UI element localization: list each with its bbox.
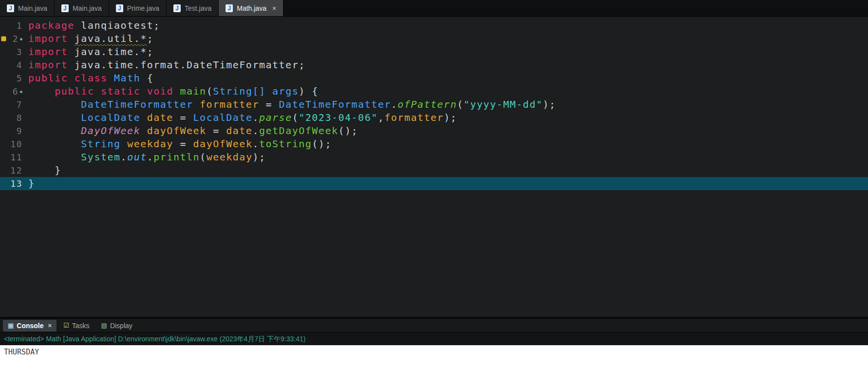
console-tab-tasks[interactable]: ☑Tasks (58, 320, 94, 332)
code-line[interactable]: 4import java.time.format.DateTimeFormatt… (0, 59, 868, 72)
code-line[interactable]: 12 } (0, 164, 868, 177)
java-file-icon: J (116, 4, 123, 12)
occurrence-marker-icon (20, 91, 22, 93)
editor-tab[interactable]: JTest.java (167, 0, 219, 16)
tab-label: Test.java (185, 4, 211, 12)
code-text: import java.time.*; (28, 45, 153, 59)
tab-label: Math.java (237, 4, 266, 12)
console-tab-label: Console (17, 322, 43, 330)
code-text: package lanqiaotest; (28, 19, 160, 32)
code-line[interactable]: 3import java.time.*; (0, 45, 868, 59)
line-number: 12 (8, 164, 22, 177)
console-output-text: THURSDAY (4, 348, 39, 356)
console-status-line: <terminated> Math [Java Application] D:\… (0, 333, 868, 345)
editor-tabbar: JMain.javaJMain.javaJPrime.javaJTest.jav… (0, 0, 868, 17)
annotation-ruler-cell[interactable] (0, 111, 8, 124)
annotation-ruler-cell[interactable] (0, 137, 8, 151)
code-line[interactable]: 8 LocalDate date = LocalDate.parse("2023… (0, 111, 868, 124)
code-text: public static void main(String[] args) { (28, 85, 319, 98)
editor-tab[interactable]: JMath.java× (219, 0, 283, 16)
line-number: 9 (8, 124, 22, 137)
console-tab-display[interactable]: ▤Display (96, 320, 137, 332)
code-text: LocalDate date = LocalDate.parse("2023-0… (28, 111, 457, 124)
line-number: 11 (8, 151, 22, 164)
tab-label: Prime.java (127, 4, 159, 12)
java-file-icon: J (173, 4, 181, 12)
code-line[interactable]: 10 String weekday = dayOfWeek.toString()… (0, 137, 868, 151)
line-number: 7 (8, 98, 22, 111)
annotation-ruler-cell[interactable] (0, 164, 8, 177)
code-line[interactable]: 1package lanqiaotest; (0, 19, 868, 32)
tab-label: Main.java (18, 4, 47, 12)
code-text: String weekday = dayOfWeek.toString(); (28, 137, 332, 151)
code-text: public class Math { (28, 72, 153, 85)
code-line[interactable]: 9 DayOfWeek dayOfWeek = date.getDayOfWee… (0, 124, 868, 137)
code-line[interactable]: 11 System.out.println(weekday); (0, 151, 868, 164)
annotation-ruler-cell[interactable] (0, 124, 8, 137)
tasks-icon: ☑ (63, 322, 69, 329)
code-line[interactable]: 13} (0, 177, 868, 190)
line-number: 8 (8, 111, 22, 124)
occurrence-marker-icon (20, 38, 22, 40)
console-output[interactable]: THURSDAY (0, 345, 868, 392)
line-number: 6 (8, 85, 22, 98)
annotation-ruler-cell[interactable] (0, 177, 8, 190)
line-number: 3 (8, 45, 22, 59)
console-close-icon[interactable]: × (48, 322, 52, 329)
annotation-ruler-cell[interactable] (0, 72, 8, 85)
code-text: } (28, 164, 61, 177)
code-text: DateTimeFormatter formatter = DateTimeFo… (28, 98, 556, 111)
code-line[interactable]: 7 DateTimeFormatter formatter = DateTime… (0, 98, 868, 111)
java-file-icon: J (7, 4, 14, 12)
editor-tab[interactable]: JMain.java (55, 0, 109, 16)
annotation-ruler-cell[interactable] (0, 85, 8, 98)
console-tab-label: Display (110, 322, 132, 330)
console-tabbar: ▣Console×☑Tasks▤Display (0, 319, 868, 333)
java-file-icon: J (226, 4, 233, 12)
code-editor[interactable]: 1package lanqiaotest;2import java.util.*… (0, 17, 868, 317)
java-file-icon: J (61, 4, 69, 12)
code-text: DayOfWeek dayOfWeek = date.getDayOfWeek(… (28, 124, 358, 137)
tab-label: Main.java (73, 4, 102, 12)
annotation-ruler-cell[interactable] (0, 98, 8, 111)
tab-close-icon[interactable]: × (272, 4, 276, 12)
annotation-ruler-cell[interactable] (0, 32, 8, 45)
code-line[interactable]: 5public class Math { (0, 72, 868, 85)
code-text: } (28, 177, 35, 190)
line-number: 13 (8, 177, 22, 190)
editor-tab[interactable]: JMain.java (0, 0, 55, 16)
editor-tab[interactable]: JPrime.java (109, 0, 167, 16)
annotation-ruler-cell[interactable] (0, 59, 8, 72)
line-number: 5 (8, 72, 22, 85)
display-icon: ▤ (101, 322, 107, 329)
console-tab-label: Tasks (72, 322, 90, 330)
line-number: 4 (8, 59, 22, 72)
code-line[interactable]: 6 public static void main(String[] args)… (0, 85, 868, 98)
code-text: import java.time.format.DateTimeFormatte… (28, 59, 305, 72)
console-icon: ▣ (8, 322, 14, 329)
code-line[interactable]: 2import java.util.*; (0, 32, 868, 45)
console-tab-console[interactable]: ▣Console× (3, 320, 57, 332)
code-text: System.out.println(weekday); (28, 151, 266, 164)
line-number: 1 (8, 19, 22, 32)
annotation-ruler-cell[interactable] (0, 19, 8, 32)
line-number: 10 (8, 137, 22, 151)
line-number: 2 (8, 32, 22, 45)
code-area[interactable]: 1package lanqiaotest;2import java.util.*… (0, 17, 868, 190)
code-text: import java.util.*; (28, 32, 153, 45)
annotation-ruler-cell[interactable] (0, 151, 8, 164)
annotation-ruler-cell[interactable] (0, 45, 8, 59)
warning-icon[interactable] (1, 36, 6, 41)
